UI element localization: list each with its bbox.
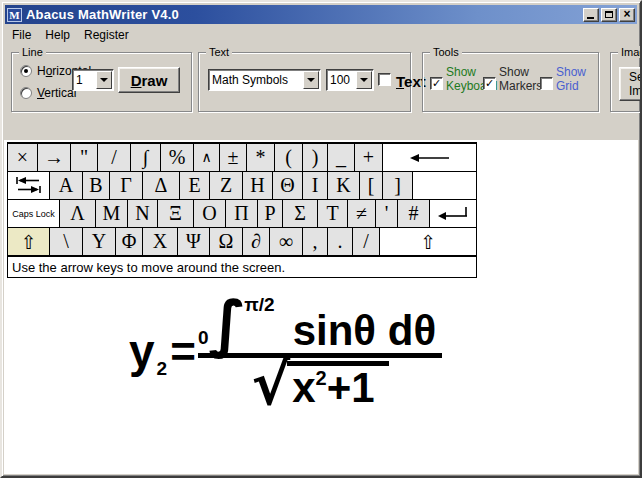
menu-help[interactable]: Help [38, 26, 77, 44]
key-∫[interactable]: ∫ [131, 144, 161, 171]
close-button[interactable]: × [619, 8, 635, 22]
key-\[interactable]: \ [50, 228, 83, 255]
key-E[interactable]: E [180, 172, 210, 199]
backspace-icon [409, 153, 451, 163]
show-markers-checkbox[interactable]: ✓ [483, 77, 496, 90]
key-N[interactable]: N [128, 200, 158, 227]
key-×[interactable]: × [8, 144, 38, 171]
fraction-bar [198, 353, 442, 358]
key-T[interactable]: T [318, 200, 348, 227]
vertical-radio-circle[interactable] [20, 87, 32, 99]
key-Θ[interactable]: Θ [273, 172, 303, 199]
key-/[interactable]: / [98, 144, 131, 171]
font-select[interactable]: Math Symbols [208, 69, 321, 91]
key-K[interactable]: K [328, 172, 360, 199]
key-#[interactable]: # [398, 200, 430, 227]
app-icon[interactable]: M [7, 8, 22, 22]
menu-file[interactable]: File [5, 26, 38, 44]
key-→[interactable]: → [38, 144, 71, 171]
line-width-select[interactable]: 1 [72, 69, 114, 91]
chevron-down-icon [307, 78, 315, 82]
key-Σ[interactable]: Σ [283, 200, 318, 227]
caps-lock-key[interactable]: Caps Lock [8, 200, 60, 227]
key-∂[interactable]: ∂ [243, 228, 270, 255]
status-bar: Use the arrow keys to move around the sc… [8, 256, 476, 277]
key-+[interactable]: + [355, 144, 383, 171]
key-)[interactable]: ) [303, 144, 328, 171]
key-B[interactable]: B [83, 172, 110, 199]
line-width-dropdown-button[interactable] [96, 71, 112, 89]
key-%[interactable]: % [161, 144, 194, 171]
key-Π[interactable]: Π [226, 200, 258, 227]
font-dropdown-button[interactable] [303, 71, 319, 89]
key-≠[interactable]: ≠ [348, 200, 376, 227]
key-±[interactable]: ± [220, 144, 247, 171]
text-group-label: Text [206, 46, 232, 58]
keyboard-row: ABΓΔEZHΘIK[] [8, 172, 476, 200]
key-X[interactable]: X [143, 228, 178, 255]
size-select-value: 100 [327, 73, 355, 87]
key-A[interactable]: A [50, 172, 83, 199]
line-group: Line Horizontal Vertical 1 Draw [11, 52, 192, 112]
key-I[interactable]: I [303, 172, 328, 199]
minimize-button[interactable] [583, 8, 599, 22]
key-Δ[interactable]: Δ [143, 172, 180, 199]
key-.[interactable]: . [328, 228, 353, 255]
key-Y[interactable]: Y [83, 228, 116, 255]
key-*[interactable]: * [247, 144, 275, 171]
tab-key[interactable] [8, 172, 50, 199]
formula-denominator: √x2+1 [251, 361, 388, 417]
text-group: Text Math Symbols 100 Text [198, 52, 411, 112]
key-][interactable]: ] [383, 172, 413, 199]
key-Ξ[interactable]: Ξ [158, 200, 194, 227]
enter-key[interactable] [430, 200, 476, 227]
horizontal-radio-circle[interactable] [20, 65, 32, 77]
key-Φ[interactable]: Φ [116, 228, 143, 255]
keyboard-filler [413, 172, 476, 199]
formula-numerator: 0∫π/2sinθ dθ [198, 298, 442, 353]
vertical-radio[interactable]: Vertical [20, 86, 76, 100]
chevron-down-icon [100, 78, 108, 82]
text-checkbox[interactable] [378, 73, 391, 86]
size-dropdown-button[interactable] [356, 71, 372, 89]
key-[[interactable]: [ [360, 172, 383, 199]
image-group-label: Imag [618, 46, 642, 58]
key-Λ[interactable]: Λ [60, 200, 96, 227]
key-([interactable]: ( [275, 144, 303, 171]
size-select[interactable]: 100 [326, 69, 374, 91]
show-markers-label: ShowMarkers [499, 65, 542, 93]
tools-group-label: Tools [430, 46, 462, 58]
key-M[interactable]: M [96, 200, 128, 227]
document-canvas[interactable]: ×→"/∫%∧±*()_+ABΓΔEZHΘIK[]Caps LockΛMNΞOΠ… [4, 140, 638, 474]
menu-register[interactable]: Register [77, 26, 136, 44]
key-H[interactable]: H [243, 172, 273, 199]
key-Ψ[interactable]: Ψ [178, 228, 210, 255]
image-button[interactable]: Se Ima [619, 67, 642, 101]
chevron-down-icon [360, 78, 368, 82]
radical-sign: √ [251, 361, 290, 407]
key-,[interactable]: , [303, 228, 328, 255]
key-Ω[interactable]: Ω [210, 228, 243, 255]
key-/[interactable]: / [353, 228, 380, 255]
backspace-key[interactable] [383, 144, 476, 171]
keyboard-row: ⇧\YΦXΨΩ∂∞,./⇧ [8, 228, 476, 256]
show-grid-checkbox[interactable] [540, 77, 553, 90]
key-O[interactable]: O [194, 200, 226, 227]
right-shift-key[interactable]: ⇧ [380, 228, 476, 255]
key-∧[interactable]: ∧ [194, 144, 220, 171]
formula-fraction: 0∫π/2sinθ dθ √x2+1 [198, 298, 442, 417]
key-∞[interactable]: ∞ [270, 228, 303, 255]
key-'[interactable]: ' [376, 200, 398, 227]
menu-bar: File Help Register [5, 25, 637, 44]
maximize-button[interactable] [601, 8, 617, 22]
keyboard-row: ×→"/∫%∧±*()_+ [8, 144, 476, 172]
title-bar[interactable]: M Abacus MathWriter V4.0 × [5, 5, 637, 24]
key-Γ[interactable]: Γ [110, 172, 143, 199]
left-shift-key[interactable]: ⇧ [8, 228, 50, 255]
draw-button[interactable]: Draw [118, 67, 180, 93]
key-Z[interactable]: Z [210, 172, 243, 199]
key-P[interactable]: P [258, 200, 283, 227]
key-_[interactable]: _ [328, 144, 355, 171]
show-keyboard-checkbox[interactable]: ✓ [430, 77, 443, 90]
key-"[interactable]: " [71, 144, 98, 171]
